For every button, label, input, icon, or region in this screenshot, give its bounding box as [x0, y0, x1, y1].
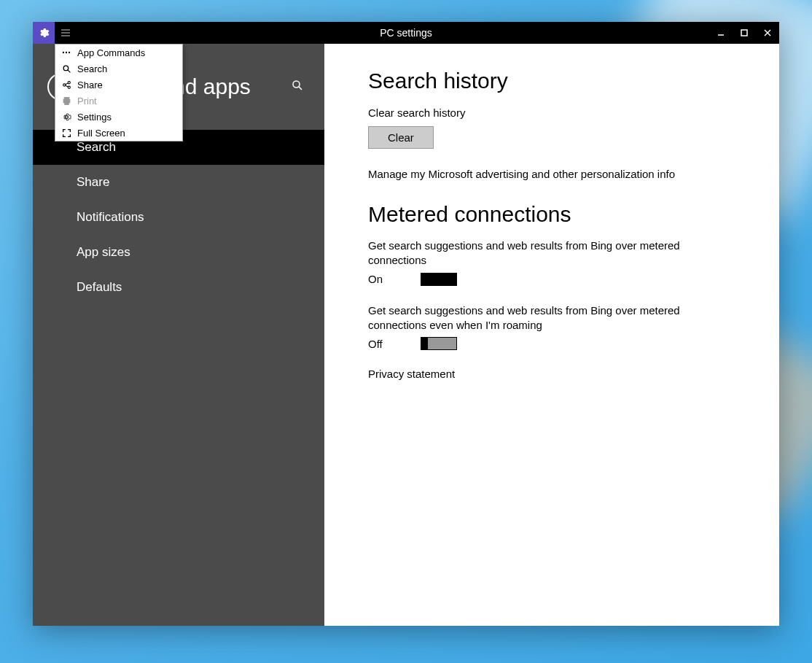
clear-button[interactable]: Clear: [368, 126, 434, 149]
print-icon: [55, 96, 77, 106]
search-icon: [291, 79, 304, 92]
sidebar-item-label: Defaults: [77, 280, 122, 294]
svg-point-11: [66, 52, 67, 53]
sidebar-item-label: App sizes: [77, 245, 130, 259]
svg-rect-22: [64, 101, 68, 104]
menu-item-label: App Commands: [77, 47, 182, 58]
svg-line-14: [67, 69, 70, 72]
app-menu-dropdown: App Commands Search Share Print Settings…: [55, 44, 183, 141]
sidebar-item-share[interactable]: Share: [33, 165, 324, 200]
section-title-search-history: Search history: [368, 69, 750, 93]
toggle-state-label: Off: [368, 338, 391, 350]
menu-item-fullscreen[interactable]: Full Screen: [55, 125, 182, 141]
sidebar-item-label: Share: [77, 175, 109, 189]
svg-point-12: [69, 52, 70, 53]
svg-point-8: [293, 81, 300, 88]
titlebar: PC settings: [33, 22, 779, 44]
menu-item-label: Share: [77, 80, 182, 90]
section-title-metered: Metered connections: [368, 202, 750, 227]
more-icon: [55, 47, 77, 58]
toggle-state-label: On: [368, 273, 391, 285]
close-button[interactable]: [756, 22, 779, 44]
menu-item-share[interactable]: Share: [55, 77, 182, 93]
privacy-statement-link[interactable]: Privacy statement: [368, 368, 750, 380]
svg-line-9: [299, 87, 302, 90]
fullscreen-icon: [55, 128, 77, 138]
sidebar-search-button[interactable]: [291, 79, 304, 95]
menu-item-label: Print: [77, 96, 182, 106]
share-icon: [55, 80, 77, 90]
sidebar-item-notifications[interactable]: Notifications: [33, 200, 324, 235]
metered-roaming-toggle[interactable]: [421, 337, 457, 350]
maximize-button[interactable]: [733, 22, 756, 44]
menu-item-app-commands[interactable]: App Commands: [55, 44, 182, 61]
content-pane: Search history Clear search history Clea…: [324, 44, 779, 626]
gear-icon: [38, 27, 50, 39]
sidebar-nav: Search Share Notifications App sizes Def…: [33, 130, 324, 305]
sidebar-item-app-sizes[interactable]: App sizes: [33, 235, 324, 270]
window-title: PC settings: [33, 27, 779, 39]
svg-point-23: [65, 115, 67, 117]
metered-roaming-toggle-label: Get search suggestions and web results f…: [368, 303, 733, 333]
search-icon: [55, 64, 77, 74]
minimize-button[interactable]: [709, 22, 733, 44]
svg-point-16: [68, 81, 70, 83]
metered-toggle[interactable]: [421, 273, 457, 286]
svg-line-19: [65, 85, 68, 87]
menu-item-label: Search: [77, 63, 182, 74]
svg-point-13: [63, 66, 69, 71]
svg-line-18: [65, 83, 68, 85]
hamburger-button[interactable]: [55, 22, 77, 44]
sidebar-item-label: Search: [77, 140, 116, 154]
sidebar-item-label: Notifications: [77, 210, 144, 224]
svg-rect-4: [741, 30, 747, 36]
sidebar-item-defaults[interactable]: Defaults: [33, 270, 324, 305]
menu-item-label: Settings: [77, 112, 182, 123]
manage-advertising-link[interactable]: Manage my Microsoft advertising and othe…: [368, 168, 750, 180]
svg-point-15: [63, 83, 65, 85]
gear-icon: [55, 112, 77, 122]
svg-point-10: [63, 52, 64, 53]
svg-point-17: [68, 86, 70, 88]
menu-item-print: Print: [55, 93, 182, 109]
app-icon: [33, 22, 55, 44]
clear-history-label: Clear search history: [368, 106, 750, 119]
menu-item-label: Full Screen: [77, 128, 182, 139]
menu-item-settings[interactable]: Settings: [55, 109, 182, 125]
menu-item-search[interactable]: Search: [55, 61, 182, 77]
metered-toggle-label: Get search suggestions and web results f…: [368, 239, 733, 268]
